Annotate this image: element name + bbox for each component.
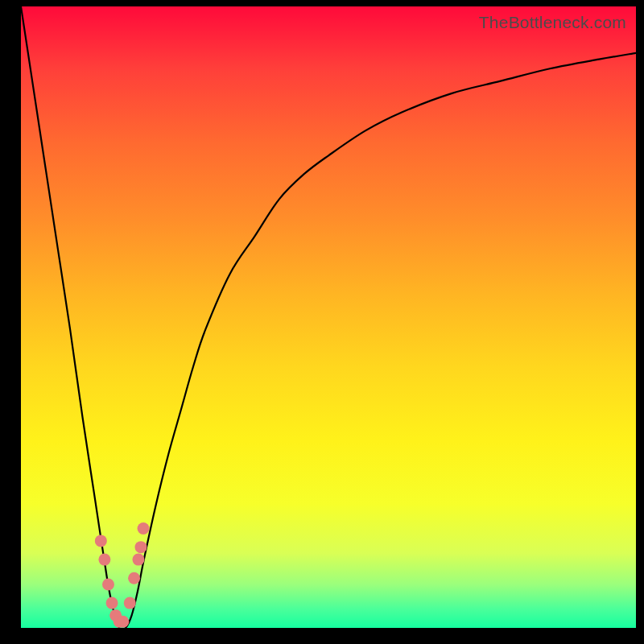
highlight-dot <box>124 597 136 609</box>
curve-svg <box>21 6 636 628</box>
highlight-dot <box>128 572 140 584</box>
chart-frame: TheBottleneck.com <box>0 0 644 644</box>
highlight-dot <box>95 535 107 547</box>
plot-area: TheBottleneck.com <box>21 6 636 628</box>
highlight-dot <box>98 554 110 566</box>
highlight-dot <box>117 616 129 628</box>
bottleneck-curve <box>21 6 636 628</box>
highlight-dot <box>106 597 118 609</box>
highlight-dot <box>138 522 150 535</box>
highlight-dot <box>102 578 114 590</box>
watermark-text: TheBottleneck.com <box>479 13 626 32</box>
highlight-dot <box>132 554 144 566</box>
highlight-dot <box>134 541 147 553</box>
